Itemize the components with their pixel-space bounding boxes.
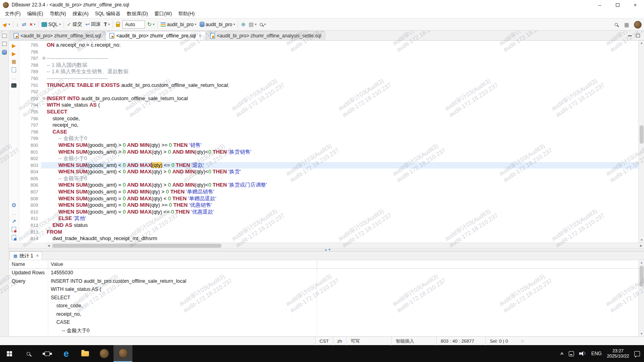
taskbar-dbeaver-active-button[interactable]	[114, 345, 132, 362]
tray-ime-icon[interactable]	[569, 351, 574, 356]
quick-search-button[interactable]	[613, 22, 619, 27]
network-button[interactable]: ⊕	[239, 21, 247, 28]
tray-volume-icon[interactable]	[579, 351, 586, 356]
code-line[interactable]: 788-- 1 插入国内数据	[19, 62, 638, 69]
tab-close-icon[interactable]: ×	[199, 33, 202, 39]
restore-view-icon[interactable]	[2, 34, 7, 38]
code-line[interactable]: 799 -- 金额大于0	[19, 135, 638, 142]
scrollbar-thumb[interactable]	[52, 244, 221, 248]
close-button[interactable]: ×	[626, 0, 644, 10]
execute-script-icon[interactable]: ▶	[12, 51, 16, 56]
connection-select[interactable]: audit_bi_pro▾	[159, 21, 198, 29]
menu-item[interactable]: SQL 编辑器	[92, 10, 124, 18]
fold-collapse-icon[interactable]: ⊖	[41, 55, 47, 62]
txn-log-button[interactable]: T▾	[102, 21, 111, 28]
status-insert-mode[interactable]: 智能插入	[391, 337, 436, 346]
code-line[interactable]: 798 CASE	[19, 129, 638, 136]
scroll-up-icon[interactable]: ▲	[639, 260, 644, 265]
code-line[interactable]: 804 WHEN SUM(goods_amt) < 0 AND MAX(qty)…	[19, 169, 638, 175]
stats-row[interactable]: receipt_no,	[9, 310, 638, 319]
code-line[interactable]: 803 WHEN SUM(goods_amt) < 0 AND MAX(qty)…	[19, 162, 638, 169]
code-line[interactable]: 806 WHEN SUM(goods_amt) = 0 AND MAX(qty)…	[19, 182, 638, 189]
maximize-button[interactable]	[609, 0, 626, 10]
code-line[interactable]: 801 WHEN SUM(goods_amt) > 0 AND MAX(qty)…	[19, 149, 638, 156]
taskbar-search-button[interactable]	[19, 345, 38, 362]
scroll-down-icon[interactable]: ▼	[639, 331, 644, 336]
maximize-editor-icon[interactable]	[636, 34, 640, 37]
code-line[interactable]: 814 dwd_trade_hkaudit_shop_receipt_mt_dt…	[19, 235, 638, 242]
file-info-icon[interactable]	[12, 235, 16, 240]
autocommit-lock-button[interactable]	[114, 21, 122, 28]
start-button[interactable]	[0, 345, 19, 362]
menu-item[interactable]: 文件(F)	[2, 10, 24, 18]
stats-row[interactable]: QueryINSERT INTO audit_bi_pro.custom_off…	[9, 277, 638, 286]
column-header[interactable]: Name	[9, 260, 48, 268]
stats-row[interactable]: CASE	[9, 318, 638, 327]
code-line[interactable]: 808 WHEN SUM(goods_amt) = 0 AND MAX(qty)…	[19, 195, 638, 202]
code-line[interactable]: 787⊖-----------------------------------	[19, 55, 638, 62]
code-line[interactable]: 794WITH sale_status AS (	[19, 102, 638, 109]
restore-editor-icon[interactable]	[2, 42, 7, 46]
execute-statement-icon[interactable]: ▶	[12, 43, 16, 48]
tray-clock[interactable]: 23:27 2025/10/22	[607, 348, 629, 359]
taskbar-edge-button[interactable]: e	[57, 345, 76, 362]
taskbar-app-button[interactable]	[95, 345, 114, 362]
file-unsaved-icon[interactable]	[12, 227, 16, 232]
export-icon[interactable]: ↗	[12, 219, 16, 224]
schema-select[interactable]: audit_bi_pro▾	[198, 21, 237, 29]
editor-tab[interactable]: <audit_bi_pro> zhumr_offline_analysis_se…	[206, 31, 325, 40]
task-view-button[interactable]	[38, 345, 57, 362]
more-actions-icon[interactable]: …	[12, 211, 16, 216]
perspective-button[interactable]: ▦	[623, 21, 631, 29]
scroll-right-icon[interactable]: ▶	[638, 243, 644, 249]
editor-horizontal-scrollbar[interactable]: ◀ ▶	[46, 243, 644, 248]
code-line[interactable]: 793⊖INSERT INTO audit_bi_pro.custom_offl…	[19, 95, 638, 102]
column-header[interactable]: Value	[48, 260, 317, 268]
minimize-button[interactable]: –	[591, 0, 609, 10]
taskbar-explorer-button[interactable]	[76, 345, 95, 362]
menu-item[interactable]: 数据库(D)	[124, 10, 151, 18]
editor-tab[interactable]: <audit_bi_pro> zhumr_offline_test.sql	[10, 31, 105, 40]
sash-arrows-icon[interactable]: ▲▼	[324, 248, 331, 251]
stats-row[interactable]: WITH sale_status AS (	[9, 285, 638, 294]
commit-button[interactable]: ✓提交	[65, 20, 84, 29]
code-line[interactable]: 796 store_code,	[19, 115, 638, 122]
code-line[interactable]: 792	[19, 88, 638, 95]
txn-mode-select[interactable]: Auto	[122, 21, 145, 29]
editor-vertical-scrollbar[interactable]: ▲ ▼	[638, 41, 644, 243]
code-line[interactable]: 807 WHEN SUM(goods_amt) = 0 AND MIN(qty)…	[19, 189, 638, 195]
sql-editor-button[interactable]: SQL▾	[40, 21, 62, 29]
code-line[interactable]: 785ON a.receipt_no = c.receipt_no;	[19, 42, 638, 49]
panel-sash[interactable]: ▲▼	[9, 248, 644, 251]
panel-vertical-scrollbar[interactable]: ▲ ▼	[638, 260, 644, 336]
rollback-button[interactable]: ↩回滚	[84, 20, 102, 29]
code-line[interactable]: 810 WHEN SUM(goods_amt) = 0 AND MAX(qty)…	[19, 209, 638, 216]
code-line[interactable]: 811 ELSE '其他'	[19, 215, 638, 222]
scroll-left-icon[interactable]: ◀	[46, 243, 52, 249]
menu-item[interactable]: 导航(N)	[46, 10, 69, 18]
new-object-button[interactable]: ▶▾	[2, 21, 12, 28]
search-db-button[interactable]: ▾	[258, 21, 267, 27]
tray-chevron-icon[interactable]: ^	[560, 351, 564, 357]
status-caret-position[interactable]: 803 : 40 : 26877	[436, 337, 485, 346]
code-line[interactable]: 812 END AS status	[19, 222, 638, 229]
tab-close-icon[interactable]: ×	[36, 253, 39, 259]
stats-row[interactable]: -- 金额大于0	[9, 327, 638, 335]
code-line[interactable]: 786	[19, 49, 638, 56]
settings-gear-icon[interactable]: ⚙	[11, 203, 17, 208]
stats-tab[interactable]: ▦ 统计 1 ×	[10, 251, 42, 260]
editor-tab[interactable]: <audit_bi_pro> zhumr_offline_pre.sql×	[105, 31, 206, 40]
sync-button[interactable]: ⇄	[21, 21, 28, 28]
code-area[interactable]: 785ON a.receipt_no = c.receipt_no;786787…	[19, 41, 638, 243]
code-line[interactable]: 809 WHEN SUM(goods_amt) = 0 AND MIN(qty)…	[19, 202, 638, 209]
scrollbar-thumb[interactable]	[640, 266, 644, 287]
stats-row[interactable]: store_code,	[9, 302, 638, 310]
more-actions-icon[interactable]: …	[12, 75, 16, 80]
stats-row[interactable]: Updated Rows14555030	[9, 269, 638, 277]
stats-row[interactable]: SELECT	[9, 294, 638, 302]
menu-item[interactable]: 搜索(A)	[69, 10, 92, 18]
code-line[interactable]: 790-----------------------------------	[19, 75, 638, 82]
scrollbar-thumb[interactable]	[640, 125, 644, 144]
code-line[interactable]: 813FROM	[19, 229, 638, 236]
minimize-editor-icon[interactable]	[628, 35, 632, 36]
